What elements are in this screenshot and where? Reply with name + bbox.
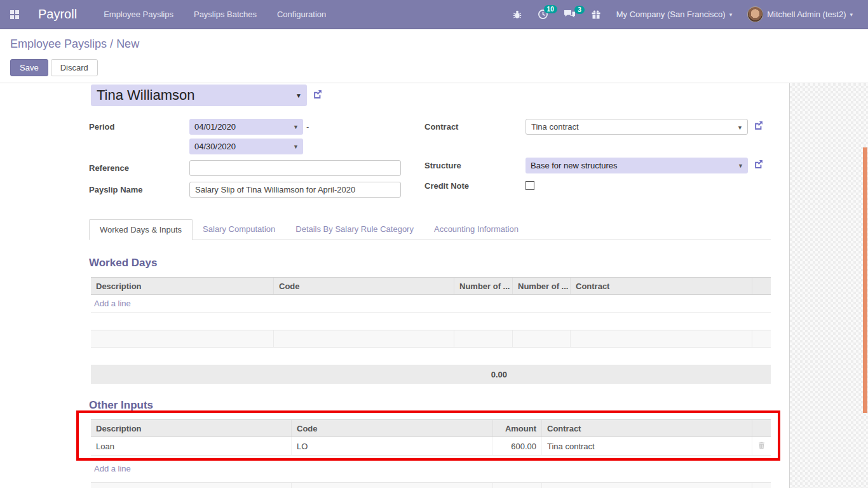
worked-days-footer-row: 0.00: [91, 365, 771, 384]
user-avatar: [747, 6, 763, 22]
column-header-code[interactable]: Code: [291, 420, 492, 437]
worked-days-add-a-line[interactable]: Add a line: [91, 299, 131, 308]
column-header-description[interactable]: Description: [91, 420, 291, 437]
apps-grid-icon: [10, 10, 19, 19]
column-header-code[interactable]: Code: [273, 278, 454, 294]
messages-button[interactable]: 3: [557, 4, 582, 24]
external-link-icon: [753, 159, 764, 172]
worked-days-table: Description Code Number of ... Number of…: [91, 277, 771, 384]
scrollbar-thumb[interactable]: [863, 147, 867, 413]
period-label: Period: [89, 119, 189, 132]
control-panel: Employee Payslips / New Save Discard: [0, 29, 868, 83]
notebook-tabs: Worked Days & Inputs Salary Computation …: [89, 219, 771, 240]
sheet-background: [790, 83, 868, 488]
other-inputs-header-row: Description Code Amount Contract: [91, 419, 771, 437]
employee-field[interactable]: Tina Williamson ▼: [91, 85, 307, 106]
activities-badge: 10: [544, 5, 557, 13]
breadcrumb: Employee Payslips / New: [10, 37, 858, 51]
structure-field[interactable]: Base for new structures ▼: [526, 158, 748, 173]
messages-badge: 3: [574, 6, 585, 14]
tab-worked-days-inputs[interactable]: Worked Days & Inputs: [89, 219, 193, 240]
structure-value: Base for new structures: [531, 161, 618, 170]
menu-payslips-batches[interactable]: Payslips Batches: [186, 1, 264, 28]
empty-stripe-row: [91, 330, 771, 348]
empty-row: [91, 313, 771, 330]
column-header-empty: [752, 420, 771, 437]
user-menu[interactable]: Mitchell Admin (test2) ▾: [741, 1, 859, 27]
discard-button[interactable]: Discard: [51, 59, 98, 76]
worked-days-addline-row: Add a line: [91, 295, 771, 313]
save-button[interactable]: Save: [10, 59, 48, 76]
other-inputs-title: Other Inputs: [89, 399, 789, 412]
main-menu: Employee Payslips Payslips Batches Confi…: [96, 1, 334, 28]
chevron-down-icon: ▼: [737, 125, 743, 131]
credit-note-checkbox[interactable]: [526, 181, 534, 190]
column-header-contract[interactable]: Contract: [570, 278, 752, 294]
breadcrumb-parent[interactable]: Employee Payslips: [10, 37, 107, 50]
activities-button[interactable]: 10: [531, 4, 555, 25]
gift-icon: [591, 10, 601, 20]
chevron-down-icon: ▼: [295, 92, 302, 99]
column-header-number-of-1[interactable]: Number of ...: [454, 278, 512, 294]
form-sheet: Tina Williamson ▼ Period 04/01/2020: [0, 83, 790, 488]
company-name: My Company (San Francisco): [616, 10, 726, 19]
apps-menu-button[interactable]: [0, 0, 29, 29]
open-employee-button[interactable]: [312, 89, 323, 102]
cell-description[interactable]: Loan: [91, 437, 291, 455]
delete-row-button[interactable]: [757, 441, 766, 452]
cell-contract[interactable]: Tina contract: [541, 437, 752, 455]
breadcrumb-separator: /: [110, 37, 113, 50]
menu-configuration[interactable]: Configuration: [269, 1, 334, 28]
worked-days-total: 0.00: [91, 365, 512, 384]
period-to-field[interactable]: 04/30/2020 ▼: [189, 139, 303, 154]
column-header-contract[interactable]: Contract: [541, 420, 752, 437]
form-view: Tina Williamson ▼ Period 04/01/2020: [0, 83, 868, 488]
tab-salary-computation[interactable]: Salary Computation: [193, 219, 285, 240]
tab-accounting-information[interactable]: Accounting Information: [424, 219, 529, 240]
chevron-down-icon: ▾: [850, 11, 853, 18]
other-inputs-table: Description Code Amount Contract Loan LO…: [91, 419, 771, 488]
contract-label: Contract: [424, 119, 526, 132]
cell-code[interactable]: LO: [291, 437, 492, 455]
chevron-down-icon: ▼: [738, 163, 743, 169]
promo-button[interactable]: [585, 4, 607, 25]
period-separator: -: [306, 119, 309, 132]
breadcrumb-current: New: [116, 37, 139, 50]
open-contract-button[interactable]: [753, 120, 764, 133]
empty-stripe-row: [91, 482, 771, 488]
structure-label: Structure: [424, 158, 526, 170]
column-header-number-of-2[interactable]: Number of ...: [512, 278, 570, 294]
company-switcher[interactable]: My Company (San Francisco) ▾: [610, 4, 738, 24]
period-to-value: 04/30/2020: [194, 142, 236, 151]
debug-button[interactable]: [506, 4, 529, 25]
other-inputs-addline-row: Add a line: [91, 459, 771, 477]
reference-label: Reference: [89, 160, 189, 173]
employee-name: Tina Williamson: [97, 87, 194, 104]
column-header-amount[interactable]: Amount: [492, 420, 541, 437]
column-header-description[interactable]: Description: [91, 278, 273, 294]
reference-input[interactable]: [189, 160, 401, 176]
payslip-name-label: Payslip Name: [89, 182, 189, 194]
chevron-down-icon: ▼: [293, 144, 299, 150]
worked-days-header-row: Description Code Number of ... Number of…: [91, 277, 771, 295]
contract-value: Tina contract: [531, 122, 579, 132]
tab-details-by-salary-rule-category[interactable]: Details By Salary Rule Category: [285, 219, 424, 240]
table-row-loan[interactable]: Loan LO 600.00 Tina contract: [91, 437, 771, 456]
trash-icon: [757, 441, 766, 452]
menu-employee-payslips[interactable]: Employee Payslips: [96, 1, 181, 28]
chat-bubbles-icon: [564, 10, 576, 19]
column-header-empty: [752, 278, 771, 294]
app-brand[interactable]: Payroll: [38, 7, 77, 22]
payslip-name-input[interactable]: [189, 182, 401, 198]
chevron-down-icon: ▼: [293, 124, 299, 130]
worked-days-title: Worked Days: [89, 257, 789, 269]
external-link-icon: [753, 120, 764, 133]
external-link-icon: [312, 89, 323, 102]
chevron-down-icon: ▾: [729, 11, 733, 18]
top-navbar: Payroll Employee Payslips Payslips Batch…: [0, 0, 868, 29]
period-from-field[interactable]: 04/01/2020 ▼: [189, 119, 303, 135]
other-inputs-add-a-line[interactable]: Add a line: [91, 464, 131, 473]
contract-field[interactable]: Tina contract ▼: [526, 119, 748, 135]
open-structure-button[interactable]: [753, 159, 764, 172]
cell-amount[interactable]: 600.00: [492, 437, 541, 455]
